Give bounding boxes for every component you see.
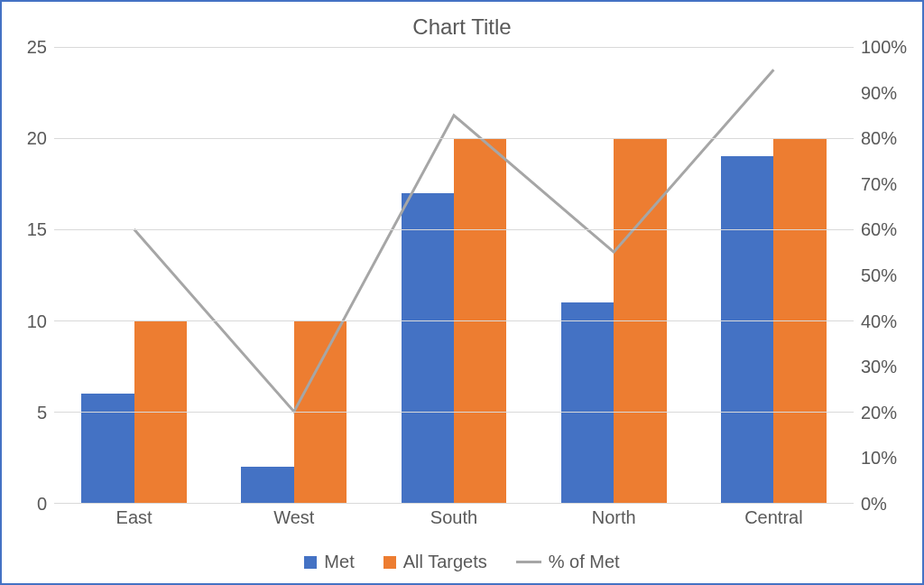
y-axis-left: 0510152025 xyxy=(13,47,54,504)
y-left-tick: 0 xyxy=(37,494,47,515)
legend-label-met: Met xyxy=(324,552,354,572)
legend-item-met: Met xyxy=(304,552,354,572)
y-right-tick: 20% xyxy=(861,402,897,422)
legend-item-all-targets: All Targets xyxy=(383,552,487,572)
x-axis-label: South xyxy=(430,507,477,528)
pct-met-line xyxy=(134,70,774,412)
x-axis-label: Central xyxy=(744,507,802,528)
legend-item-pct-met: % of Met xyxy=(516,552,620,572)
y-right-tick: 50% xyxy=(861,265,897,286)
line-series xyxy=(54,47,854,503)
y-left-tick: 15 xyxy=(27,219,47,240)
y-right-tick: 10% xyxy=(861,448,897,469)
legend-label-pct-met: % of Met xyxy=(549,552,620,572)
grid-line xyxy=(54,320,854,321)
y-axis-right: 0%10%20%30%40%50%60%70%80%90%100% xyxy=(854,47,911,504)
legend-swatch-all-targets xyxy=(383,556,396,569)
chart-frame: Chart Title 0510152025 0%10%20%30%40%50%… xyxy=(0,0,924,585)
legend-swatch-pct-met xyxy=(516,561,541,563)
grid-line xyxy=(54,138,854,139)
y-right-tick: 70% xyxy=(861,173,897,194)
legend-swatch-met xyxy=(304,556,317,569)
y-left-tick: 10 xyxy=(27,311,47,331)
y-right-tick: 80% xyxy=(861,128,897,149)
x-axis-label: West xyxy=(273,507,314,528)
y-left-tick: 25 xyxy=(27,37,47,58)
grid-line xyxy=(54,412,854,413)
legend-label-all-targets: All Targets xyxy=(403,552,487,572)
grid-line xyxy=(54,47,854,48)
y-right-tick: 100% xyxy=(861,37,907,58)
grid-line xyxy=(54,229,854,230)
legend: Met All Targets % of Met xyxy=(2,552,922,572)
y-left-tick: 20 xyxy=(27,128,47,149)
plot-area xyxy=(54,47,854,504)
x-axis-labels: EastWestSouthNorthCentral xyxy=(54,504,854,529)
x-axis-label: East xyxy=(116,507,152,528)
y-right-tick: 40% xyxy=(861,311,897,331)
x-axis-label: North xyxy=(592,507,636,528)
y-left-tick: 5 xyxy=(37,402,47,422)
plot-wrap: 0510152025 0%10%20%30%40%50%60%70%80%90%… xyxy=(13,47,911,529)
y-right-tick: 0% xyxy=(861,494,887,515)
y-right-tick: 30% xyxy=(861,357,897,377)
y-right-tick: 90% xyxy=(861,82,897,103)
chart-title: Chart Title xyxy=(2,2,922,45)
y-right-tick: 60% xyxy=(861,219,897,240)
